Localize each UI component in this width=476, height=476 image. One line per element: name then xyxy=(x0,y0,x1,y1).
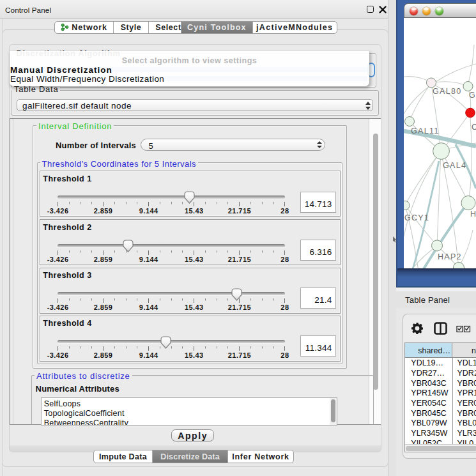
svg-text:HAP2: HAP2 xyxy=(438,252,462,261)
svg-text:H: H xyxy=(470,210,476,219)
svg-text:C: C xyxy=(472,123,476,132)
svg-text:GAL4: GAL4 xyxy=(443,161,466,170)
svg-text:GA: GA xyxy=(469,91,476,100)
svg-text:GCY1: GCY1 xyxy=(404,213,429,222)
svg-text:GAL80: GAL80 xyxy=(433,87,461,96)
svg-text:GAL11: GAL11 xyxy=(411,127,440,135)
